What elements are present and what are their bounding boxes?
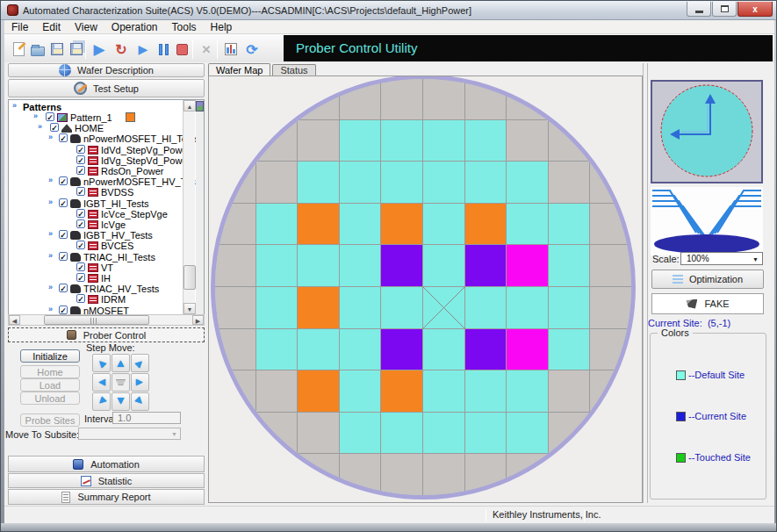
tab-wafer-map[interactable]: Wafer Map (208, 63, 270, 75)
step-left-button[interactable]: ▲ (92, 373, 111, 392)
scroll-thumb[interactable] (44, 315, 149, 325)
wafer-site-8-5[interactable] (549, 287, 591, 329)
wafer-site-4-9[interactable] (381, 454, 423, 496)
wafer-site-8-2[interactable] (549, 162, 591, 204)
checkbox[interactable]: ✓ (76, 187, 85, 196)
wafer-site-4-3[interactable] (381, 204, 423, 246)
wafer-site-6-3[interactable] (465, 204, 507, 246)
cycle-icon[interactable]: ↻ (112, 40, 130, 58)
menu-item-help[interactable]: Help (204, 20, 240, 34)
checkbox[interactable]: ✓ (46, 112, 54, 121)
wafer-site-3-3[interactable] (340, 204, 382, 246)
wafer-site-7-6[interactable] (507, 329, 549, 371)
tree-horizontal-scrollbar[interactable]: ◀ ▶ (8, 314, 205, 326)
expander-icon[interactable]: » (33, 111, 38, 120)
wafer-site-5-3[interactable] (423, 204, 465, 246)
expander-icon[interactable]: » (48, 198, 53, 206)
wafer-site-6-8[interactable] (465, 413, 507, 455)
wafer-site-4-4[interactable] (381, 245, 423, 287)
wafer-site-1-0[interactable] (256, 78, 299, 120)
wafer-site-3-7[interactable] (340, 370, 382, 413)
tree-item-IcVce_StepVge[interactable]: ✓IcVce_StepVge (9, 209, 193, 219)
tree-item-IdVd_StepVg_Power[interactable]: ✓IdVd_StepVg_Power (9, 145, 193, 155)
scroll-down-icon[interactable]: ▼ (183, 303, 196, 314)
pattern-color-swatch[interactable] (126, 112, 135, 122)
menu-item-operation[interactable]: Operation (104, 20, 165, 34)
tree-item-BVDSS[interactable]: ✓BVDSS (9, 187, 193, 198)
wafer-site-1-4[interactable] (256, 245, 299, 287)
fake-button[interactable]: FAKE (651, 293, 764, 314)
refresh-icon[interactable]: ⟳ (243, 40, 261, 58)
wafer-site-4-5[interactable] (381, 287, 423, 329)
step-down-right-button[interactable]: ▲ (131, 392, 149, 411)
wafer-site-8-1[interactable] (549, 120, 591, 162)
step-right-button[interactable]: ▲ (131, 373, 149, 392)
checkbox[interactable]: ✓ (59, 176, 68, 185)
tree-item-IcVge[interactable]: ✓IcVge (9, 219, 193, 230)
step-up-button[interactable]: ▲ (112, 354, 130, 372)
wafer-site-5-5[interactable] (423, 287, 465, 329)
checkbox[interactable]: ✓ (50, 123, 59, 132)
wafer-site-0-9[interactable] (214, 454, 256, 496)
optimization-button[interactable]: Optimization (651, 270, 764, 289)
run-icon[interactable]: ▶ (90, 40, 108, 58)
test-setup-button[interactable]: Test Setup (8, 79, 205, 97)
wafer-site-3-8[interactable] (340, 413, 382, 455)
wafer-site-3-1[interactable] (340, 120, 382, 162)
wafer-site-2-2[interactable] (298, 162, 340, 204)
close-button[interactable]: x (737, 2, 773, 17)
expander-icon[interactable]: » (48, 133, 53, 141)
wafer-site-1-3[interactable] (256, 204, 299, 246)
tree-item-HOME[interactable]: »✓HOME (9, 123, 193, 133)
panel-splitter[interactable] (643, 63, 648, 503)
wafer-site-1-2[interactable] (256, 162, 299, 204)
wafer-site-7-7[interactable] (507, 370, 549, 413)
wafer-site-0-0[interactable] (214, 78, 256, 120)
home-button[interactable]: Home (20, 365, 80, 378)
wafer-site-4-2[interactable] (381, 162, 423, 204)
wafer-site-2-6[interactable] (298, 329, 340, 371)
wafer-site-7-5[interactable] (507, 287, 549, 329)
tree-vertical-scrollbar[interactable]: ▲ ▼ (183, 100, 195, 314)
wafer-site-8-6[interactable] (549, 329, 591, 371)
menu-item-tools[interactable]: Tools (165, 20, 204, 34)
wafer-site-3-2[interactable] (340, 162, 382, 204)
checkbox[interactable]: ✓ (76, 262, 85, 271)
wafer-site-0-8[interactable] (214, 413, 256, 455)
wafer-site-8-4[interactable] (549, 245, 591, 287)
wafer-site-8-3[interactable] (549, 204, 591, 246)
expander-icon[interactable]: » (48, 283, 53, 291)
wafer-site-2-7[interactable] (298, 370, 340, 413)
wafer-site-3-6[interactable] (340, 329, 382, 371)
menu-item-view[interactable]: View (68, 20, 104, 34)
checkbox[interactable]: ✓ (59, 252, 68, 261)
wafer-site-4-0[interactable] (381, 78, 423, 120)
step-center-button[interactable] (112, 373, 130, 392)
wafer-site-6-5[interactable] (465, 287, 507, 329)
step-up-right-button[interactable]: ▲ (131, 354, 149, 372)
wafer-site-1-1[interactable] (256, 120, 299, 162)
tree-item-BVCES[interactable]: ✓BVCES (9, 241, 193, 251)
wafer-site-0-5[interactable] (214, 287, 256, 329)
checkbox[interactable]: ✓ (76, 145, 85, 154)
wafer-description-button[interactable]: Wafer Description (8, 63, 205, 77)
scroll-thumb[interactable] (183, 265, 196, 290)
probe-sites-button[interactable]: Probe Sites (20, 413, 80, 427)
expander-icon[interactable]: » (48, 251, 53, 260)
checkbox[interactable]: ✓ (76, 241, 85, 249)
wafer-site-1-6[interactable] (256, 329, 299, 371)
checkbox[interactable]: ✓ (59, 133, 68, 142)
wafer-site-2-8[interactable] (298, 413, 340, 455)
wafer-site-6-6[interactable] (465, 329, 507, 371)
wafer-site-5-9[interactable] (423, 454, 465, 496)
scale-select[interactable]: 100% (680, 252, 763, 265)
wafer-site-4-8[interactable] (381, 413, 423, 455)
scroll-right-icon[interactable]: ▶ (192, 315, 204, 325)
wafer-site-7-4[interactable] (507, 245, 549, 287)
statistic-button[interactable]: Statistic (8, 473, 205, 488)
wafer-site-1-8[interactable] (256, 413, 299, 455)
checkbox[interactable]: ✓ (76, 166, 85, 175)
tree-item-IGBT_HV_Tests[interactable]: »✓IGBT_HV_Tests (9, 230, 193, 241)
wafer-site-5-2[interactable] (423, 162, 465, 204)
append-run-icon[interactable]: ▶ (134, 40, 152, 58)
